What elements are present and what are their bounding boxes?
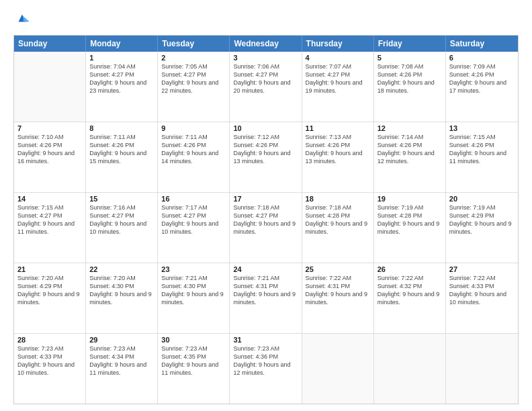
calendar-cell: 3Sunrise: 7:06 AMSunset: 4:27 PMDaylight… <box>230 52 302 122</box>
calendar-cell: 10Sunrise: 7:12 AMSunset: 4:26 PMDayligh… <box>230 122 302 192</box>
cell-info: Sunrise: 7:15 AMSunset: 4:27 PMDaylight:… <box>17 203 82 236</box>
cell-info: Sunrise: 7:19 AMSunset: 4:28 PMDaylight:… <box>378 203 442 236</box>
header-day-sunday: Sunday <box>14 36 86 52</box>
calendar-cell: 16Sunrise: 7:17 AMSunset: 4:27 PMDayligh… <box>158 193 230 263</box>
calendar-cell <box>446 334 518 404</box>
cell-info: Sunrise: 7:11 AMSunset: 4:26 PMDaylight:… <box>89 133 154 166</box>
day-number: 6 <box>449 54 515 62</box>
logo-icon <box>15 11 30 26</box>
header-day-friday: Friday <box>374 36 446 52</box>
cell-info: Sunrise: 7:05 AMSunset: 4:27 PMDaylight:… <box>161 62 226 95</box>
calendar-cell: 7Sunrise: 7:10 AMSunset: 4:26 PMDaylight… <box>14 122 86 192</box>
calendar-cell: 5Sunrise: 7:08 AMSunset: 4:26 PMDaylight… <box>374 52 446 122</box>
cell-info: Sunrise: 7:22 AMSunset: 4:31 PMDaylight:… <box>306 274 370 307</box>
day-number: 19 <box>378 195 442 203</box>
day-number: 23 <box>161 265 226 273</box>
calendar-cell: 12Sunrise: 7:14 AMSunset: 4:26 PMDayligh… <box>374 122 446 192</box>
calendar-cell: 4Sunrise: 7:07 AMSunset: 4:27 PMDaylight… <box>302 52 374 122</box>
day-number: 3 <box>233 54 298 62</box>
day-number: 1 <box>89 54 154 62</box>
day-number: 20 <box>449 195 515 203</box>
cell-info: Sunrise: 7:17 AMSunset: 4:27 PMDaylight:… <box>161 203 226 236</box>
calendar-row-4: 28Sunrise: 7:23 AMSunset: 4:33 PMDayligh… <box>14 334 518 404</box>
cell-info: Sunrise: 7:23 AMSunset: 4:34 PMDaylight:… <box>89 345 154 377</box>
calendar-cell: 8Sunrise: 7:11 AMSunset: 4:26 PMDaylight… <box>86 122 158 192</box>
day-number: 11 <box>306 124 370 132</box>
day-number: 25 <box>306 265 370 273</box>
day-number: 18 <box>306 195 370 203</box>
day-number: 29 <box>89 336 154 344</box>
header-day-wednesday: Wednesday <box>230 36 302 52</box>
cell-info: Sunrise: 7:04 AMSunset: 4:27 PMDaylight:… <box>89 62 154 95</box>
day-number: 30 <box>161 336 226 344</box>
cell-info: Sunrise: 7:15 AMSunset: 4:26 PMDaylight:… <box>449 133 515 166</box>
header-day-tuesday: Tuesday <box>158 36 230 52</box>
calendar-cell: 27Sunrise: 7:22 AMSunset: 4:33 PMDayligh… <box>446 263 518 333</box>
header-day-saturday: Saturday <box>446 36 518 52</box>
cell-info: Sunrise: 7:19 AMSunset: 4:29 PMDaylight:… <box>449 203 515 236</box>
page: SundayMondayTuesdayWednesdayThursdayFrid… <box>0 0 532 411</box>
day-number: 27 <box>449 265 515 273</box>
cell-info: Sunrise: 7:16 AMSunset: 4:27 PMDaylight:… <box>89 203 154 236</box>
cell-info: Sunrise: 7:20 AMSunset: 4:30 PMDaylight:… <box>89 274 154 307</box>
calendar-cell: 25Sunrise: 7:22 AMSunset: 4:31 PMDayligh… <box>302 263 374 333</box>
day-number: 13 <box>449 124 515 132</box>
calendar-cell: 14Sunrise: 7:15 AMSunset: 4:27 PMDayligh… <box>14 193 86 263</box>
calendar-cell: 18Sunrise: 7:18 AMSunset: 4:28 PMDayligh… <box>302 193 374 263</box>
day-number: 2 <box>161 54 226 62</box>
cell-info: Sunrise: 7:18 AMSunset: 4:27 PMDaylight:… <box>233 203 298 236</box>
logo <box>13 11 30 28</box>
calendar-cell: 24Sunrise: 7:21 AMSunset: 4:31 PMDayligh… <box>230 263 302 333</box>
day-number: 22 <box>89 265 154 273</box>
calendar-cell: 11Sunrise: 7:13 AMSunset: 4:26 PMDayligh… <box>302 122 374 192</box>
cell-info: Sunrise: 7:23 AMSunset: 4:35 PMDaylight:… <box>161 345 226 377</box>
cell-info: Sunrise: 7:21 AMSunset: 4:30 PMDaylight:… <box>161 274 226 307</box>
cell-info: Sunrise: 7:22 AMSunset: 4:33 PMDaylight:… <box>449 274 515 307</box>
calendar-cell <box>302 334 374 404</box>
calendar-cell: 1Sunrise: 7:04 AMSunset: 4:27 PMDaylight… <box>86 52 158 122</box>
calendar-cell: 15Sunrise: 7:16 AMSunset: 4:27 PMDayligh… <box>86 193 158 263</box>
calendar-cell: 28Sunrise: 7:23 AMSunset: 4:33 PMDayligh… <box>14 334 86 404</box>
calendar-cell: 2Sunrise: 7:05 AMSunset: 4:27 PMDaylight… <box>158 52 230 122</box>
day-number: 10 <box>233 124 298 132</box>
day-number: 8 <box>89 124 154 132</box>
day-number: 9 <box>161 124 226 132</box>
svg-marker-1 <box>23 16 29 22</box>
calendar-cell: 6Sunrise: 7:09 AMSunset: 4:26 PMDaylight… <box>446 52 518 122</box>
calendar-cell: 17Sunrise: 7:18 AMSunset: 4:27 PMDayligh… <box>230 193 302 263</box>
cell-info: Sunrise: 7:14 AMSunset: 4:26 PMDaylight:… <box>378 133 442 166</box>
calendar-cell: 13Sunrise: 7:15 AMSunset: 4:26 PMDayligh… <box>446 122 518 192</box>
calendar: SundayMondayTuesdayWednesdayThursdayFrid… <box>13 35 519 404</box>
header <box>13 11 519 28</box>
day-number: 24 <box>233 265 298 273</box>
day-number: 26 <box>378 265 442 273</box>
cell-info: Sunrise: 7:20 AMSunset: 4:29 PMDaylight:… <box>17 274 82 307</box>
day-number: 15 <box>89 195 154 203</box>
calendar-cell: 29Sunrise: 7:23 AMSunset: 4:34 PMDayligh… <box>86 334 158 404</box>
day-number: 4 <box>306 54 370 62</box>
day-number: 31 <box>233 336 298 344</box>
cell-info: Sunrise: 7:23 AMSunset: 4:36 PMDaylight:… <box>233 345 298 377</box>
calendar-cell: 19Sunrise: 7:19 AMSunset: 4:28 PMDayligh… <box>374 193 446 263</box>
cell-info: Sunrise: 7:07 AMSunset: 4:27 PMDaylight:… <box>306 62 370 95</box>
calendar-body: 1Sunrise: 7:04 AMSunset: 4:27 PMDaylight… <box>14 52 518 404</box>
calendar-cell <box>374 334 446 404</box>
cell-info: Sunrise: 7:13 AMSunset: 4:26 PMDaylight:… <box>306 133 370 166</box>
calendar-row-0: 1Sunrise: 7:04 AMSunset: 4:27 PMDaylight… <box>14 52 518 122</box>
day-number: 21 <box>17 265 82 273</box>
cell-info: Sunrise: 7:10 AMSunset: 4:26 PMDaylight:… <box>17 133 82 166</box>
calendar-cell: 22Sunrise: 7:20 AMSunset: 4:30 PMDayligh… <box>86 263 158 333</box>
calendar-cell: 9Sunrise: 7:11 AMSunset: 4:26 PMDaylight… <box>158 122 230 192</box>
calendar-header: SundayMondayTuesdayWednesdayThursdayFrid… <box>14 36 518 52</box>
day-number: 14 <box>17 195 82 203</box>
cell-info: Sunrise: 7:08 AMSunset: 4:26 PMDaylight:… <box>378 62 442 95</box>
cell-info: Sunrise: 7:21 AMSunset: 4:31 PMDaylight:… <box>233 274 298 307</box>
calendar-cell: 20Sunrise: 7:19 AMSunset: 4:29 PMDayligh… <box>446 193 518 263</box>
header-day-thursday: Thursday <box>302 36 374 52</box>
day-number: 12 <box>378 124 442 132</box>
day-number: 16 <box>161 195 226 203</box>
cell-info: Sunrise: 7:06 AMSunset: 4:27 PMDaylight:… <box>233 62 298 95</box>
day-number: 28 <box>17 336 82 344</box>
calendar-cell <box>14 52 86 122</box>
cell-info: Sunrise: 7:12 AMSunset: 4:26 PMDaylight:… <box>233 133 298 166</box>
